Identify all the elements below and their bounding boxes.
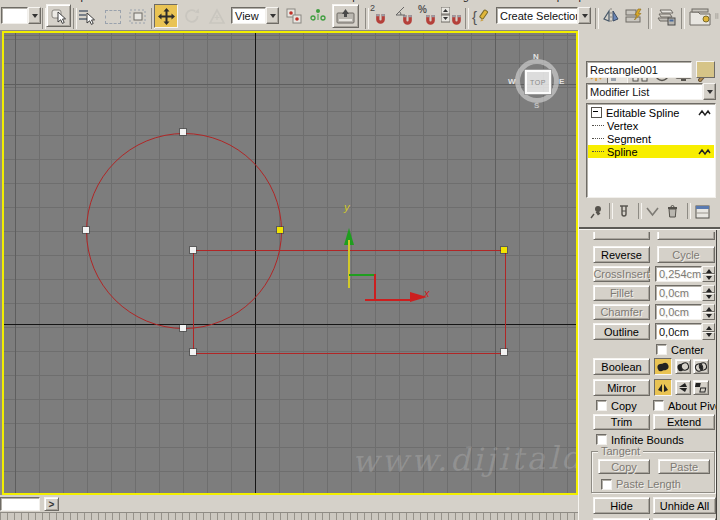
- center-checkbox[interactable]: [656, 344, 667, 355]
- menu-edit[interactable]: Edit: [30, 0, 49, 2]
- viewcube[interactable]: N W E S TOP: [511, 55, 563, 107]
- angle-snap-toggle-button[interactable]: [393, 5, 415, 27]
- mirror-horizontal-button[interactable]: [654, 379, 672, 396]
- cross-insert-spinner-field[interactable]: 0,254cm: [655, 266, 702, 282]
- window-crossing-button[interactable]: [127, 7, 149, 26]
- mirror-both-button[interactable]: [693, 380, 709, 395]
- named-selection-set-combo[interactable]: Create Selection Se: [496, 7, 578, 24]
- vertex-circle-left[interactable]: [83, 227, 89, 233]
- tangent-copy-button[interactable]: Copy: [598, 459, 650, 474]
- edit-named-selection-sets-button[interactable]: {: [470, 4, 494, 28]
- infinite-bounds-checkbox[interactable]: [596, 434, 607, 445]
- viewcube-west-label[interactable]: W: [508, 77, 516, 86]
- hide-button[interactable]: Hide: [593, 497, 650, 514]
- trim-button[interactable]: Trim: [593, 414, 650, 430]
- keyboard-shortcut-override-button[interactable]: [332, 4, 359, 28]
- about-pivot-checkbox[interactable]: [653, 400, 664, 411]
- menu-group[interactable]: Group: [56, 0, 87, 2]
- clipped-rollout-button[interactable]: [657, 232, 715, 240]
- clipped-toolbar-icon[interactable]: [715, 4, 720, 28]
- menu-rendering[interactable]: Rendering: [418, 0, 469, 2]
- snaps-toggle-button[interactable]: 2: [369, 5, 391, 27]
- cross-insert-button[interactable]: CrossInsert: [593, 266, 650, 282]
- percent-snap-toggle-button[interactable]: %: [416, 5, 438, 27]
- extend-button[interactable]: Extend: [653, 414, 715, 430]
- cross-insert-spinner-arrows[interactable]: [702, 266, 715, 282]
- fillet-button[interactable]: Fillet: [593, 285, 650, 301]
- make-unique-button[interactable]: [644, 203, 661, 220]
- show-end-result-button[interactable]: [615, 203, 632, 220]
- viewcube-top-face[interactable]: TOP: [524, 69, 552, 95]
- select-object-button[interactable]: [46, 4, 71, 27]
- viewport-grid[interactable]: y x N W E S TOP www.dijitalde: [4, 33, 576, 493]
- vertex-circle-top[interactable]: [180, 129, 186, 135]
- vertex-rect-top-right-first[interactable]: [501, 247, 507, 253]
- copy-checkbox[interactable]: [596, 400, 607, 411]
- stack-row-spline-active[interactable]: Spline: [588, 145, 714, 158]
- gizmo-xy-plane-green[interactable]: [349, 274, 375, 276]
- chamfer-button[interactable]: Chamfer: [593, 304, 650, 320]
- boolean-subtract-button[interactable]: [675, 359, 691, 374]
- menu-file[interactable]: File: [4, 0, 22, 2]
- menu-customize[interactable]: Customize: [468, 0, 520, 2]
- paste-length-checkbox[interactable]: [601, 479, 612, 490]
- boolean-intersect-button[interactable]: [693, 359, 709, 374]
- modifier-list-arrow[interactable]: [703, 83, 716, 100]
- menu-help[interactable]: Help: [562, 0, 585, 2]
- reference-coordinate-combo[interactable]: View: [231, 7, 266, 24]
- tangent-paste-button[interactable]: Paste: [658, 459, 710, 474]
- named-selection-set-arrow[interactable]: [578, 7, 591, 24]
- rollout-scroll-gutter[interactable]: [716, 230, 717, 520]
- configure-modifier-sets-button[interactable]: [693, 203, 712, 220]
- mirror-button[interactable]: [600, 4, 622, 28]
- menu-graph-editors[interactable]: Graph Editors: [334, 0, 402, 2]
- select-and-move-button[interactable]: [154, 4, 178, 28]
- stack-row-segment[interactable]: Segment: [588, 132, 714, 145]
- stack-row-vertex[interactable]: Vertex: [588, 119, 714, 132]
- vertex-circle-right-first[interactable]: [277, 227, 283, 233]
- viewcube-north-label[interactable]: N: [533, 52, 539, 61]
- chamfer-spinner-arrows[interactable]: [702, 304, 715, 320]
- fillet-spinner-arrows[interactable]: [702, 285, 715, 301]
- vertex-rect-top-left[interactable]: [190, 247, 196, 253]
- chamfer-spinner-field[interactable]: 0,0cm: [655, 304, 702, 320]
- align-button[interactable]: [623, 4, 645, 28]
- fillet-spinner-field[interactable]: 0,0cm: [655, 285, 702, 301]
- modifier-stack[interactable]: Editable Spline Vertex Segment Spline: [586, 103, 716, 198]
- boolean-button[interactable]: Boolean: [593, 358, 650, 375]
- reverse-button[interactable]: Reverse: [593, 246, 650, 263]
- viewcube-east-label[interactable]: E: [559, 77, 564, 86]
- menu-create[interactable]: Create: [162, 0, 195, 2]
- curve-editor-button[interactable]: [686, 3, 714, 29]
- menu-modifiers[interactable]: Modifiers: [220, 0, 265, 2]
- undo-levels-combo[interactable]: [1, 7, 28, 24]
- vertex-rect-bottom-right[interactable]: [501, 349, 507, 355]
- unhide-all-button[interactable]: Unhide All: [653, 497, 716, 514]
- cycle-button[interactable]: Cycle: [657, 246, 715, 263]
- undo-combo-arrow[interactable]: [28, 7, 41, 24]
- gizmo-xy-plane-red[interactable]: [374, 274, 376, 301]
- menu-animation[interactable]: Animation: [276, 0, 325, 2]
- rectangular-selection-region-button[interactable]: [102, 7, 123, 26]
- boolean-union-button[interactable]: [654, 358, 672, 375]
- select-and-manipulate-button[interactable]: [308, 5, 328, 27]
- clipped-rollout-button[interactable]: [593, 232, 650, 240]
- viewport-top[interactable]: y x N W E S TOP www.dijitalde: [2, 31, 578, 495]
- menu-views[interactable]: Views: [106, 0, 135, 2]
- modifier-list-combo[interactable]: Modifier List: [586, 83, 703, 100]
- select-by-name-button[interactable]: [76, 6, 98, 27]
- gizmo-y-axis[interactable]: [348, 240, 350, 288]
- maxscript-mini-listener[interactable]: [0, 497, 40, 511]
- layer-manager-button[interactable]: [653, 4, 678, 28]
- use-pivot-point-center-button[interactable]: [283, 5, 305, 27]
- vertex-circle-bottom[interactable]: [180, 325, 186, 331]
- remove-modifier-button[interactable]: [664, 203, 681, 220]
- select-and-rotate-button[interactable]: [181, 5, 203, 27]
- outline-button[interactable]: Outline: [593, 323, 650, 340]
- reference-coordinate-arrow[interactable]: [266, 7, 279, 24]
- viewcube-south-label[interactable]: S: [534, 101, 539, 110]
- gizmo-x-axis[interactable]: [365, 299, 412, 301]
- pin-stack-button[interactable]: [588, 203, 605, 220]
- mirror-vertical-button[interactable]: [675, 380, 691, 395]
- menu-maxscript[interactable]: MAXScript: [514, 0, 566, 2]
